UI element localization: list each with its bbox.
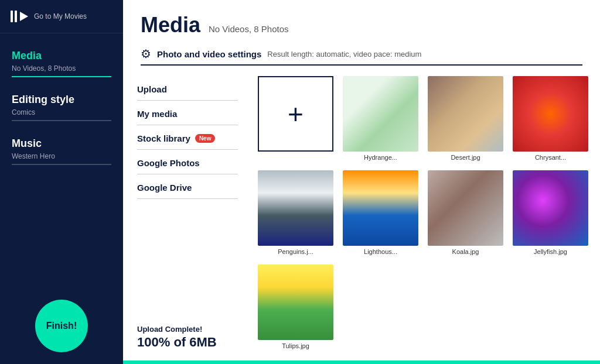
upload-complete-text: Upload Complete!: [137, 325, 238, 334]
new-badge: New: [195, 134, 216, 143]
main-content: Media No Videos, 8 Photos ⚙ Photo and vi…: [123, 0, 600, 364]
sidebar-media-subtitle: No Videos, 8 Photos: [12, 64, 111, 73]
upload-menu-google-drive[interactable]: Google Drive: [137, 174, 238, 199]
thumbnail-hydrangea: [343, 76, 418, 152]
page-subtitle: No Videos, 8 Photos: [209, 24, 288, 34]
upload-panel: Upload My media Stock library New Google…: [123, 66, 252, 360]
sidebar-section-media[interactable]: Media No Videos, 8 Photos: [12, 50, 111, 77]
upload-progress-text: 100% of 6MB: [137, 335, 238, 350]
thumbnail-desert: [428, 76, 503, 152]
thumbnail-jellyfish: [513, 170, 588, 246]
sidebar-editing-subtitle: Comics: [12, 108, 111, 116]
sidebar-media-divider: [12, 76, 111, 77]
media-label-chrysant: Chrysant...: [535, 154, 566, 161]
thumbnail-penguins: [258, 170, 333, 246]
main-header: Media No Videos, 8 Photos ⚙ Photo and vi…: [123, 0, 600, 66]
settings-title: Photo and video settings: [157, 49, 261, 59]
upload-menu-upload[interactable]: Upload: [137, 76, 238, 101]
logo-icon: [11, 11, 28, 22]
media-label-hydrangea: Hydrange...: [364, 154, 397, 161]
media-item-chrysant[interactable]: Chrysant...: [513, 76, 588, 161]
sidebar-music-divider: [12, 164, 111, 165]
sidebar-editing-divider: [12, 120, 111, 121]
settings-bar[interactable]: ⚙ Photo and video settings Result length…: [141, 47, 582, 61]
media-item-penguins[interactable]: Penguins.j...: [258, 170, 333, 255]
upload-menu-google-photos[interactable]: Google Photos: [137, 150, 238, 174]
sidebar-logo[interactable]: Go to My Movies: [0, 0, 123, 33]
media-label-tulips: Tulips.jpg: [282, 342, 309, 349]
title-row: Media No Videos, 8 Photos: [141, 13, 582, 37]
media-item-tulips[interactable]: Tulips.jpg: [258, 265, 333, 349]
thumbnail-koala: [428, 170, 503, 246]
upload-status: Upload Complete! 100% of 6MB: [137, 313, 238, 350]
plus-icon: +: [288, 98, 304, 130]
media-grid: + Hydrange... Desert.jpg Chrysant...: [258, 76, 588, 349]
finish-button[interactable]: Finish!: [35, 300, 88, 352]
sidebar-section-music[interactable]: Music Western Hero: [12, 138, 111, 165]
media-item-hydrangea[interactable]: Hydrange...: [343, 76, 418, 161]
media-item-desert[interactable]: Desert.jpg: [428, 76, 503, 161]
media-label-lighthouse: Lighthous...: [364, 248, 397, 255]
bottom-progress-bar: [123, 360, 600, 364]
thumbnail-chrysant: [513, 76, 588, 152]
sidebar-media-title: Media: [12, 50, 111, 62]
sidebar-music-title: Music: [12, 138, 111, 150]
media-label-desert: Desert.jpg: [451, 154, 480, 161]
media-grid-area: + Hydrange... Desert.jpg Chrysant...: [252, 66, 600, 360]
sidebar-nav: Media No Videos, 8 Photos Editing style …: [0, 33, 123, 288]
main-body: Upload My media Stock library New Google…: [123, 66, 600, 360]
settings-info: Result length: automatic, video pace: me…: [267, 50, 421, 59]
media-label-koala: Koala.jpg: [452, 248, 479, 255]
page-title: Media: [141, 13, 200, 37]
media-label-penguins: Penguins.j...: [278, 248, 313, 255]
media-item-koala[interactable]: Koala.jpg: [428, 170, 503, 255]
sidebar-music-subtitle: Western Hero: [12, 152, 111, 160]
add-media-button[interactable]: +: [258, 76, 333, 152]
upload-menu-my-media[interactable]: My media: [137, 101, 238, 125]
gear-icon[interactable]: ⚙: [141, 47, 151, 61]
thumbnail-tulips: [258, 265, 333, 340]
sidebar-section-editing[interactable]: Editing style Comics: [12, 94, 111, 121]
upload-menu-stock[interactable]: Stock library New: [137, 125, 238, 150]
add-media-item[interactable]: +: [258, 76, 333, 161]
media-item-lighthouse[interactable]: Lighthous...: [343, 170, 418, 255]
sidebar-logo-text: Go to My Movies: [34, 12, 87, 20]
media-label-jellyfish: Jellyfish.jpg: [534, 248, 567, 255]
media-item-jellyfish[interactable]: Jellyfish.jpg: [513, 170, 588, 255]
sidebar-editing-title: Editing style: [12, 94, 111, 106]
sidebar: Go to My Movies Media No Videos, 8 Photo…: [0, 0, 123, 364]
sidebar-finish: Finish!: [0, 288, 123, 352]
thumbnail-lighthouse: [343, 170, 418, 246]
